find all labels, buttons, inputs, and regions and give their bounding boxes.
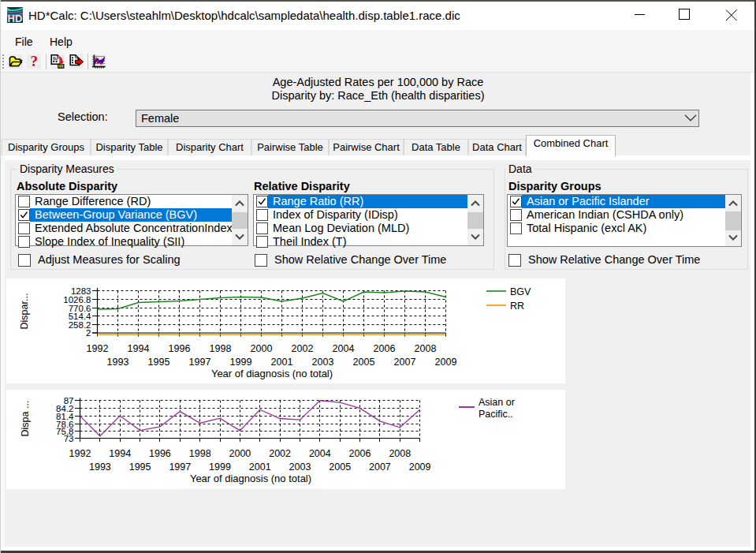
svg-text:2009: 2009 [435,357,457,368]
svg-text:2000: 2000 [251,343,273,354]
svg-text:1994: 1994 [128,343,150,354]
svg-text:RR: RR [510,301,524,312]
svg-text:2005: 2005 [353,357,375,368]
svg-text:1992: 1992 [69,448,91,459]
svg-text:1992: 1992 [87,343,109,354]
svg-text:Year of diagnosis (no total): Year of diagnosis (no total) [211,368,333,379]
svg-text:Pacific..: Pacific.. [479,409,513,420]
svg-text:1997: 1997 [169,461,191,473]
svg-text:1995: 1995 [129,461,151,473]
svg-text:Dispar...: Dispar... [19,293,30,330]
svg-text:2004: 2004 [309,448,331,459]
svg-text:1994: 1994 [109,448,131,459]
svg-text:2001: 2001 [249,461,271,473]
svg-text:1999: 1999 [230,357,252,368]
svg-text:1998: 1998 [189,448,211,459]
svg-text:2004: 2004 [333,343,355,354]
svg-text:BGV: BGV [510,286,531,297]
svg-text:2007: 2007 [394,357,416,368]
svg-text:2006: 2006 [374,343,396,354]
svg-text:1997: 1997 [189,357,211,368]
svg-text:2007: 2007 [369,461,391,473]
svg-text:2000: 2000 [229,448,251,459]
svg-text:2002: 2002 [292,343,314,354]
svg-text:2006: 2006 [349,448,371,459]
svg-text:2001: 2001 [271,357,293,368]
svg-text:73: 73 [64,434,74,443]
svg-text:Dispa ...: Dispa ... [20,401,31,437]
svg-text:1996: 1996 [169,343,191,354]
svg-text:1996: 1996 [149,448,171,459]
svg-text:1995: 1995 [148,357,170,368]
svg-text:2008: 2008 [415,343,437,354]
svg-text:2: 2 [86,328,91,338]
svg-text:2009: 2009 [409,461,431,473]
svg-text:2008: 2008 [389,448,411,459]
svg-text:1999: 1999 [209,461,231,473]
svg-text:2005: 2005 [329,461,351,473]
svg-text:1993: 1993 [89,461,111,473]
svg-text:1993: 1993 [107,357,129,368]
svg-text:2003: 2003 [312,357,334,368]
svg-text:2002: 2002 [269,448,291,459]
svg-text:1998: 1998 [210,343,232,354]
svg-text:2003: 2003 [289,461,311,473]
svg-text:Year of diagnosis (no total): Year of diagnosis (no total) [190,473,311,484]
svg-text:Asian or: Asian or [479,397,515,408]
